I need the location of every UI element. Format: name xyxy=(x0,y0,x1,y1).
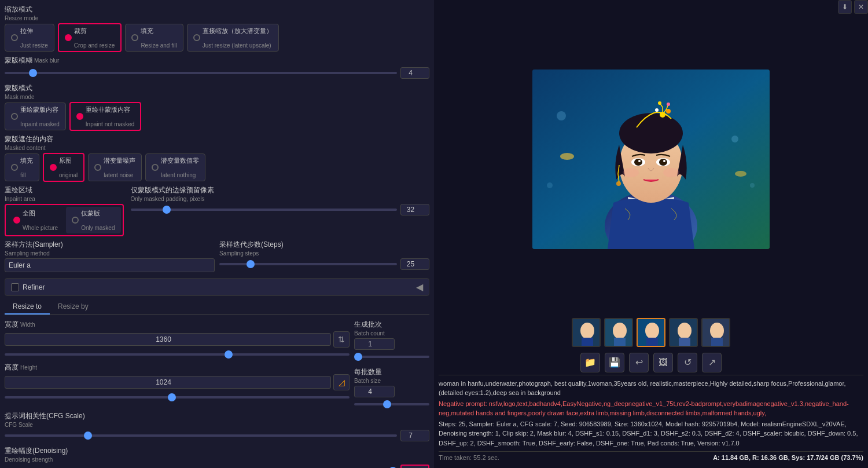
denoising-input[interactable] xyxy=(400,465,429,468)
svg-point-12 xyxy=(666,109,671,114)
height-label: 高度 Height xyxy=(5,363,350,372)
main-image-svg xyxy=(532,70,770,249)
only-masked-padding-input[interactable] xyxy=(400,204,429,215)
svg-rect-33 xyxy=(646,338,658,347)
svg-point-22 xyxy=(663,160,665,162)
resize-just-radio xyxy=(11,34,18,41)
latent-nothing-radio xyxy=(152,164,159,171)
svg-point-3 xyxy=(750,183,755,188)
tab-resize-to[interactable]: Resize to xyxy=(5,299,50,315)
cfg-scale-slider[interactable] xyxy=(5,434,397,437)
batch-size-slider[interactable] xyxy=(354,403,429,405)
resize-crop-radio xyxy=(65,34,72,41)
refiner-arrow[interactable]: ◀ xyxy=(416,281,423,292)
resize-just-btn[interactable]: 拉伸Just resize xyxy=(5,24,54,52)
svg-point-26 xyxy=(580,323,594,339)
copy-icon-btn[interactable]: 💾 xyxy=(605,353,624,372)
tool-icons-row: 📁 💾 ↩ 🖼 ↺ ↗ xyxy=(439,350,863,375)
batch-size-input[interactable] xyxy=(354,386,395,397)
width-slider[interactable] xyxy=(5,353,350,356)
resize-latent-radio xyxy=(193,34,200,41)
sampling-steps-label: 采样迭代步数(Steps) Sampling steps xyxy=(219,240,429,257)
only-masked-padding-slider[interactable] xyxy=(131,209,398,211)
negative-prompt-text: Negative prompt: nsfw,logo,text,badhandv… xyxy=(439,399,863,418)
right-panel: ⬇ ✕ xyxy=(434,0,868,468)
refiner-checkbox[interactable] xyxy=(11,283,19,291)
dshf-info: DSHF_up: 2, DSHF_smooth: True, DSHF_earl… xyxy=(439,438,863,448)
svg-point-29 xyxy=(613,323,627,339)
mask-mode-label: 蒙版模式 Mask mode xyxy=(5,83,429,100)
image-icon-btn[interactable]: 🖼 xyxy=(653,353,673,372)
sampling-steps-input[interactable] xyxy=(400,258,429,270)
inpaint-not-masked-radio xyxy=(76,113,83,120)
mem-info: A: 11.84 GB, R: 16.36 GB, Sys: 17.7/24 G… xyxy=(713,454,863,461)
inpaint-masked-btn[interactable]: 重绘蒙版内容Inpaint masked xyxy=(5,103,66,130)
resize-fill-btn[interactable]: 填充Resize and fill xyxy=(125,24,183,52)
whole-picture-radio xyxy=(13,217,20,224)
arrow-icon-btn[interactable]: ↗ xyxy=(702,353,722,372)
svg-point-13 xyxy=(655,108,659,112)
resize-fill-radio xyxy=(131,34,138,41)
svg-point-19 xyxy=(638,160,641,162)
fill-btn[interactable]: 填充fill xyxy=(5,153,39,181)
latent-noise-radio xyxy=(94,164,101,171)
cfg-scale-label: 提示词相关性(CFG Scale) CFG Scale xyxy=(5,411,429,428)
svg-point-15 xyxy=(667,103,670,106)
batch-size-label: 每批数量 Batch size xyxy=(354,367,429,384)
refresh-icon-btn[interactable]: ↺ xyxy=(678,353,697,372)
svg-point-14 xyxy=(658,101,661,105)
svg-point-4 xyxy=(547,182,553,188)
aspect-ratio-btn[interactable]: ◿ xyxy=(333,374,350,390)
mask-blur-input[interactable]: 4 xyxy=(400,67,429,79)
svg-point-35 xyxy=(678,323,692,339)
width-label: 宽度 Width xyxy=(5,320,350,330)
resize-crop-btn[interactable]: 裁剪Crop and resize xyxy=(58,23,122,52)
svg-point-2 xyxy=(731,136,738,142)
svg-rect-39 xyxy=(711,338,723,347)
tab-resize-by[interactable]: Resize by xyxy=(50,299,97,315)
sampling-steps-slider[interactable] xyxy=(219,263,397,265)
folder-icon-btn[interactable]: 📁 xyxy=(580,353,600,372)
thumb-2[interactable] xyxy=(604,318,633,347)
height-input[interactable] xyxy=(5,376,331,389)
whole-picture-btn[interactable]: 全图Whole picture xyxy=(8,207,64,233)
swap-wh-btn[interactable]: ⇅ xyxy=(333,331,350,348)
info-text: woman in hanfu,underwater,photograph, be… xyxy=(439,375,863,452)
svg-point-6 xyxy=(735,171,746,177)
svg-rect-36 xyxy=(679,338,690,347)
inpaint-not-masked-btn[interactable]: 重绘非蒙版内容Inpaint not masked xyxy=(69,102,142,131)
only-masked-btn[interactable]: 仅蒙版Only masked xyxy=(66,207,120,233)
original-radio xyxy=(50,164,57,171)
denoising-row xyxy=(5,465,429,468)
svg-point-18 xyxy=(634,159,642,166)
inpaint-masked-radio xyxy=(11,113,18,120)
batch-count-slider[interactable] xyxy=(354,356,429,358)
mask-blur-slider[interactable] xyxy=(5,72,397,74)
resize-latent-btn[interactable]: 直接缩放（放大潜变量）Just resize (latent upscale) xyxy=(187,24,279,52)
svg-rect-27 xyxy=(582,338,593,347)
latent-noise-btn[interactable]: 潜变量噪声latent noise xyxy=(88,153,142,181)
original-btn[interactable]: 原图original xyxy=(43,153,84,182)
thumb-4[interactable] xyxy=(669,318,698,347)
masked-content-label: 蒙版遮住的内容 Masked content xyxy=(5,134,429,151)
only-masked-padding-label: 仅蒙版模式的边缘预留像素 Only masked padding, pixels xyxy=(131,185,430,202)
denoising-label: 重绘幅度(Denoising) Denoising strength xyxy=(5,446,429,463)
rotate-icon-btn[interactable]: ↩ xyxy=(629,353,649,372)
thumb-3[interactable] xyxy=(637,318,665,347)
image-area xyxy=(439,5,863,315)
width-input[interactable] xyxy=(5,333,331,346)
inpaint-area-label: 重绘区域 Inpaint area xyxy=(5,185,124,202)
thumbnails-row xyxy=(439,315,863,350)
status-bar: Time taken: 55.2 sec. A: 11.84 GB, R: 16… xyxy=(439,451,863,463)
svg-point-5 xyxy=(560,153,574,160)
mask-blur-slider-container xyxy=(5,68,397,78)
thumb-5[interactable] xyxy=(701,318,730,347)
cfg-scale-row xyxy=(5,430,429,441)
sampler-select[interactable]: Euler a xyxy=(5,258,215,272)
batch-count-input[interactable] xyxy=(354,338,395,350)
cfg-scale-input[interactable] xyxy=(400,430,429,441)
denoising-info: Denoising strength: 1, Clip skip: 2, Mas… xyxy=(439,429,863,438)
height-slider[interactable] xyxy=(5,396,350,398)
latent-nothing-btn[interactable]: 潜变量数值零latent nothing xyxy=(145,153,205,181)
thumb-1[interactable] xyxy=(572,318,601,347)
